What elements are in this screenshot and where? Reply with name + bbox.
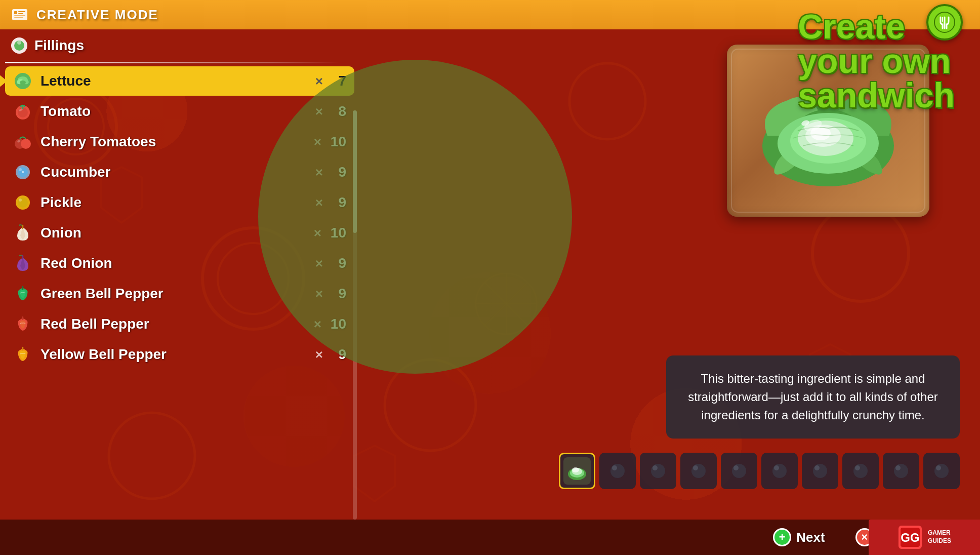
section-divider [5,62,339,63]
svg-point-30 [20,81,26,85]
next-button-icon: + [773,528,791,546]
svg-rect-20 [14,15,25,16]
svg-rect-18 [18,11,25,12]
slot-content [806,457,834,485]
svg-point-72 [934,464,949,478]
tomato-icon [13,102,32,121]
next-action[interactable]: + Next [773,528,825,546]
svg-point-73 [936,465,941,470]
slot-content [725,457,753,485]
item-label: Tomato [40,103,315,120]
description-text: This bitter-tasting ingredient is simple… [682,370,944,424]
svg-rect-17 [14,11,17,14]
item-label: Cherry Tomatoes [40,134,314,150]
green-circle-backdrop [258,60,572,374]
page-title: Create your own sandwich [798,9,955,112]
item-slot-10[interactable] [923,453,960,489]
cherry-tomatoes-icon [13,132,32,151]
description-box: This bitter-tasting ingredient is simple… [666,355,960,439]
svg-point-49 [810,126,831,140]
empty-slot-icon [850,461,871,481]
svg-point-35 [21,139,31,149]
empty-slot-icon [648,461,668,481]
svg-point-25 [17,41,21,45]
item-label: Green Bell Pepper [40,286,315,302]
green-bell-pepper-icon [13,284,32,303]
item-slot-1[interactable] [559,453,595,489]
slot-content [766,457,793,485]
item-slot-6[interactable] [761,453,798,489]
item-slot-4[interactable] [680,453,717,489]
gg-text: GAMER GUIDES [928,529,951,545]
empty-slot-icon [688,461,709,481]
item-label: Red Bell Pepper [40,316,314,332]
banner-title: CREATIVE MODE [36,7,158,23]
slot-content [644,457,672,485]
item-slot-5[interactable] [721,453,757,489]
svg-point-44 [762,105,894,186]
svg-point-43 [19,199,22,202]
onion-icon [13,223,32,243]
empty-slot-icon [729,461,749,481]
svg-point-67 [814,465,820,470]
svg-point-66 [813,464,827,478]
svg-point-70 [894,464,908,478]
yellow-bell-pepper-icon [13,345,32,364]
svg-point-69 [855,465,860,470]
item-x: × [315,347,323,363]
svg-point-48 [805,125,841,147]
item-slot-3[interactable] [640,453,676,489]
fillings-icon [10,36,28,55]
next-label: Next [796,530,825,545]
cucumber-icon: • [13,163,32,182]
item-slot-2[interactable] [599,453,636,489]
empty-slot-icon [931,461,952,481]
svg-text:•: • [21,168,24,176]
empty-slot-icon [891,461,911,481]
slot-content [928,457,955,485]
svg-point-45 [778,113,879,174]
main-title-container: Create your own sandwich [926,4,970,41]
svg-rect-16 [12,9,27,20]
svg-point-55 [572,467,579,472]
item-x: × [315,73,323,89]
gamer-guides-logo: GG GAMER GUIDES [869,520,980,555]
fillings-label: Fillings [34,37,84,54]
svg-point-64 [772,464,787,478]
empty-slot-icon [810,461,830,481]
svg-point-62 [732,464,746,478]
slot-content [604,457,631,485]
pickle-icon [13,193,32,212]
slot-content [685,457,712,485]
svg-point-68 [853,464,868,478]
item-slots [559,453,960,489]
creative-mode-icon [10,5,29,24]
svg-point-56 [610,464,625,478]
svg-point-58 [651,464,665,478]
fillings-header: Fillings [0,29,359,62]
item-slot-8[interactable] [842,453,879,489]
svg-text:GG: GG [901,531,919,544]
slot-lettuce-icon [566,460,588,482]
lettuce-icon [13,71,32,91]
svg-point-57 [612,465,617,470]
item-slot-9[interactable] [883,453,919,489]
svg-point-65 [774,465,779,470]
svg-point-50 [803,117,824,133]
slot-content [847,457,874,485]
svg-point-71 [895,465,901,470]
svg-rect-19 [18,13,23,14]
item-slot-7[interactable] [802,453,838,489]
svg-point-59 [652,465,658,470]
svg-point-46 [790,118,866,164]
list-item[interactable]: Yellow Bell Pepper × 9 [5,340,354,369]
svg-point-61 [693,465,698,470]
list-item[interactable]: Lettuce × 7 [5,66,354,96]
red-bell-pepper-icon [13,314,32,334]
gg-icon: GG [897,525,923,550]
red-onion-icon [13,254,32,273]
svg-rect-21 [14,17,23,18]
svg-point-51 [801,120,810,127]
bottom-bar: + Next × Recipe Mode GG GAMER GUIDES [0,520,980,555]
item-label: Lettuce [40,73,315,89]
